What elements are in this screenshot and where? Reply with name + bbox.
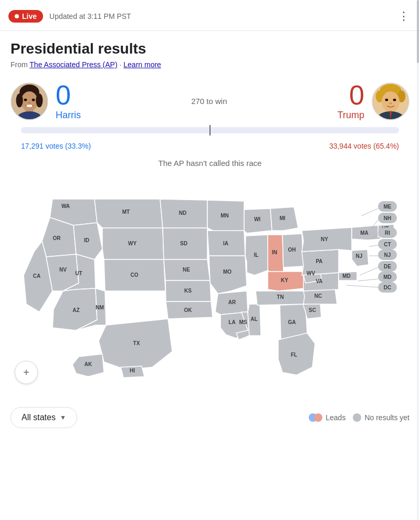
- state-mo: [209, 256, 247, 294]
- page-title: Presidential results: [10, 40, 410, 57]
- more-icon[interactable]: ⋮: [396, 7, 412, 25]
- label-nh: NH: [384, 215, 391, 221]
- svg-point-2: [21, 91, 38, 111]
- label-ct: CT: [384, 242, 391, 247]
- legend-no-results: No results yet: [353, 413, 410, 422]
- label-ky: KY: [281, 277, 288, 283]
- label-ga: GA: [288, 319, 296, 325]
- leads-label: Leads: [326, 413, 345, 422]
- label-ca: CA: [33, 273, 40, 279]
- svg-point-15: [382, 91, 400, 112]
- harris-votes: 17,291 votes (33.3%): [21, 142, 91, 150]
- title-section: Presidential results From The Associated…: [0, 31, 420, 73]
- label-nv: NV: [59, 267, 67, 273]
- label-la: LA: [228, 319, 235, 325]
- label-wv: WV: [307, 271, 315, 276]
- label-in: IN: [272, 249, 277, 255]
- svg-point-18: [385, 98, 388, 101]
- legend-gray-dot: [353, 413, 361, 422]
- progress-center-line: [209, 125, 211, 136]
- learn-more-link[interactable]: Learn more: [123, 60, 161, 69]
- chevron-down-icon: ▼: [60, 414, 66, 421]
- label-ut: UT: [75, 271, 82, 276]
- label-ri: RI: [385, 230, 390, 236]
- harris-score-block: 0 Harris: [56, 81, 81, 121]
- label-fl: FL: [291, 352, 297, 358]
- label-nm: NM: [96, 305, 104, 310]
- svg-point-9: [26, 105, 32, 107]
- label-nj: NJ: [356, 253, 363, 259]
- zoom-button[interactable]: +: [15, 361, 38, 384]
- bottom-controls: All states ▼ Leads No results yet: [0, 399, 420, 439]
- map-section: WA OR CA NV ID MT WY UT CO AZ NM ND SD N…: [0, 173, 420, 399]
- svg-point-20: [389, 102, 392, 104]
- progress-bar: [21, 127, 399, 133]
- center-label: 270 to win: [86, 97, 332, 106]
- label-ok: OK: [184, 307, 193, 313]
- svg-point-19: [393, 98, 396, 101]
- label-va: VA: [316, 278, 322, 284]
- label-nd: ND: [179, 210, 186, 216]
- trump-candidate: 0 Trump: [338, 81, 410, 121]
- label-id: ID: [84, 237, 89, 243]
- label-tn: TN: [277, 294, 284, 300]
- label-az: AZ: [72, 307, 79, 313]
- trump-name: Trump: [338, 110, 364, 121]
- trump-score-block: 0 Trump: [338, 81, 364, 121]
- label-or: OR: [53, 235, 61, 241]
- candidates-section: 0 Harris 270 to win: [0, 73, 420, 157]
- map-wrapper: WA OR CA NV ID MT WY UT CO AZ NM ND SD N…: [10, 178, 410, 390]
- label-mn: MN: [220, 213, 229, 219]
- label-wa: WA: [61, 203, 70, 209]
- source-prefix: From: [10, 60, 29, 69]
- candidates-row: 0 Harris 270 to win: [10, 81, 410, 121]
- all-states-label: All states: [22, 413, 56, 422]
- source-separator: ·: [118, 60, 124, 69]
- label-mo: MO: [223, 269, 232, 275]
- label-hi: HI: [130, 368, 135, 373]
- no-results-label: No results yet: [364, 413, 410, 422]
- label-oh: OH: [288, 247, 296, 253]
- race-status: The AP hasn't called this race: [0, 157, 420, 173]
- all-states-button[interactable]: All states ▼: [10, 407, 77, 428]
- trump-score: 0: [338, 81, 364, 109]
- label-ia: IA: [223, 241, 228, 246]
- trump-avatar-svg: [373, 82, 408, 120]
- label-mt: MT: [122, 209, 130, 215]
- label-me: ME: [384, 204, 392, 210]
- updated-text: Updated at 3:11 PM PST: [49, 12, 396, 20]
- harris-name: Harris: [56, 110, 81, 121]
- label-ar: AR: [228, 299, 236, 305]
- label-ak: AK: [85, 361, 92, 367]
- label-mi: MI: [279, 215, 285, 221]
- label-il: IL: [254, 252, 259, 258]
- label-sd: SD: [180, 241, 187, 246]
- label-nc: NC: [314, 293, 322, 299]
- scrollbar-thumb[interactable]: [417, 0, 419, 63]
- svg-point-7: [24, 98, 27, 101]
- legend: Leads No results yet: [309, 413, 410, 422]
- legend-leads: Leads: [309, 413, 345, 422]
- label-ny: NY: [321, 236, 328, 242]
- live-label: Live: [22, 12, 37, 20]
- us-map[interactable]: WA OR CA NV ID MT WY UT CO AZ NM ND SD N…: [10, 178, 410, 388]
- harris-candidate: 0 Harris: [10, 81, 81, 121]
- label-dc: DC: [384, 285, 391, 290]
- source-line: From The Associated Press (AP) · Learn m…: [10, 60, 410, 69]
- label-ms: MS: [239, 319, 247, 325]
- source-link[interactable]: The Associated Press (AP): [29, 60, 117, 69]
- label-md2: MD: [383, 274, 392, 280]
- label-ne: NE: [183, 267, 190, 273]
- label-ma: MA: [360, 230, 369, 236]
- votes-row: 17,291 votes (33.3%) 33,944 votes (65.4%…: [10, 139, 410, 152]
- live-badge: Live: [8, 10, 43, 23]
- label-co: CO: [131, 272, 139, 278]
- harris-avatar: [10, 82, 48, 120]
- harris-score: 0: [56, 81, 81, 109]
- label-de: DE: [384, 264, 391, 269]
- label-wi: WI: [254, 216, 260, 222]
- svg-point-3: [16, 93, 23, 107]
- label-ks: KS: [184, 288, 192, 294]
- svg-point-10: [28, 102, 31, 103]
- label-tx: TX: [133, 340, 140, 346]
